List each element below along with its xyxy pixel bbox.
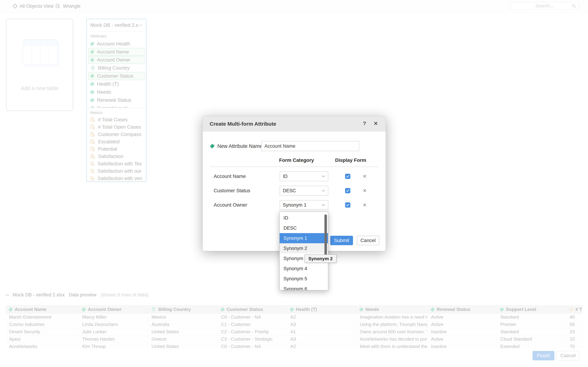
form-row-label: Customer Status xyxy=(214,186,250,196)
dialog-title: Create Multi-form Attribute xyxy=(210,121,276,127)
form-divider xyxy=(210,167,379,167)
chevron-down-icon xyxy=(322,175,325,178)
display-form-checkbox[interactable] xyxy=(345,188,350,193)
display-form-checkbox[interactable] xyxy=(345,202,350,208)
dropdown-scrollbar[interactable] xyxy=(324,214,327,258)
form-category-value: Synonym 1 xyxy=(283,202,306,208)
form-category-column-header: Form Category xyxy=(279,158,314,163)
form-category-select[interactable]: Synonym 1 xyxy=(280,200,328,210)
new-attribute-name-row: New Attribute Name: xyxy=(211,141,264,151)
new-attribute-name-label: New Attribute Name: xyxy=(217,143,264,149)
dropdown-option[interactable]: Synonym 5 xyxy=(280,274,328,284)
dropdown-option[interactable]: Synonym 2 xyxy=(280,243,328,253)
chevron-down-icon xyxy=(322,190,325,192)
chevron-down-icon xyxy=(322,204,325,206)
dropdown-option[interactable]: Synonym 1 xyxy=(280,233,328,243)
remove-form-button[interactable]: ✕ xyxy=(362,200,368,210)
remove-form-button[interactable]: ✕ xyxy=(362,171,368,181)
dropdown-option[interactable]: Synonym 6 xyxy=(280,284,328,291)
submit-button[interactable]: Submit xyxy=(330,236,353,245)
attribute-diamond-icon xyxy=(210,144,215,148)
cancel-button[interactable]: Cancel xyxy=(357,236,379,245)
dropdown-option[interactable]: Synonym 4 xyxy=(280,264,328,274)
dropdown-option[interactable]: ID xyxy=(280,213,328,223)
check-icon xyxy=(346,189,349,192)
form-row-label: Account Name xyxy=(214,171,246,181)
remove-form-button[interactable]: ✕ xyxy=(362,186,368,196)
form-category-select[interactable]: ID xyxy=(280,171,328,181)
dropdown-option[interactable]: DESC xyxy=(280,223,328,233)
close-icon[interactable]: ✕ xyxy=(374,120,378,126)
form-category-dropdown-list: IDDESCSynonym 1Synonym 2Synonym 3Synonym… xyxy=(279,211,328,291)
option-tooltip: Synonym 2 xyxy=(304,254,337,263)
check-icon xyxy=(346,175,349,178)
app: All Objects View Wrangle xyxy=(0,0,588,367)
display-form-checkbox[interactable] xyxy=(345,174,350,179)
form-category-select[interactable]: DESC xyxy=(280,186,328,196)
form-row-label: Account Owner xyxy=(214,200,247,210)
dialog-header: Create Multi-form Attribute xyxy=(203,116,386,132)
form-category-value: DESC xyxy=(283,188,296,193)
display-form-column-header: Display Form xyxy=(335,158,366,163)
new-attribute-name-input[interactable] xyxy=(261,141,359,151)
form-row-customer-status: Customer Status DESC ✕ xyxy=(203,186,386,196)
form-row-account-owner: Account Owner Synonym 1 ✕ xyxy=(203,200,386,210)
check-icon xyxy=(346,203,349,207)
form-row-account-name: Account Name ID ✕ xyxy=(203,171,386,181)
help-icon[interactable]: ? xyxy=(363,120,366,126)
form-category-value: ID xyxy=(283,174,287,179)
